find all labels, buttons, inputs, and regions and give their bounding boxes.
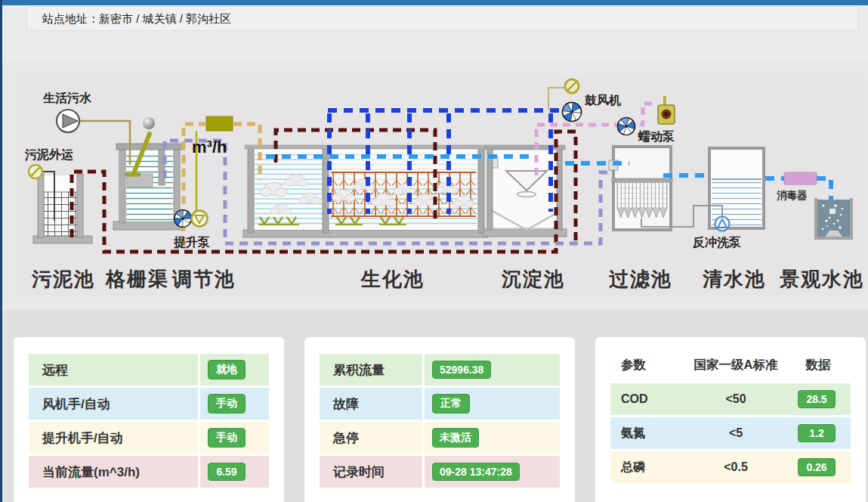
blower-valve-pipe: [548, 88, 564, 110]
row-label: 当前流量(m^3/h): [29, 456, 200, 490]
sludge-out-label: 污泥外运: [24, 148, 74, 161]
blower-valve-icon: [565, 79, 579, 93]
param-name: 氨氮: [610, 417, 686, 451]
param-standard: <50: [686, 383, 786, 417]
status-badge: 手动: [208, 394, 246, 414]
value-badge: 6.59: [208, 463, 246, 481]
backwash-pump-icon: [715, 217, 730, 231]
screen-channel-tank: [113, 144, 184, 230]
table-header-row: 参数 国家一级A标准 数据: [610, 349, 851, 383]
table-row: 当前流量(m^3/h) 6.59: [29, 456, 269, 490]
site-address-bar: 站点地址：新密市 / 城关镇 / 郭沟社区: [26, 6, 859, 31]
flow-meter-box: [206, 116, 233, 131]
sludge-valve-icon: [29, 165, 42, 178]
status-badge: 就地: [208, 360, 246, 380]
table-row: 总磷 <0.5 0.26: [610, 451, 851, 485]
top-accent-bar: [0, 0, 868, 5]
status-badge: 手动: [208, 428, 246, 448]
row-label: 风机手/自动: [29, 388, 200, 422]
column-header: 参数: [610, 349, 686, 383]
stage-label-regulating-tank: 调节池: [171, 268, 236, 290]
disinfector-box: [784, 172, 817, 184]
left-accent-border: [0, 0, 2, 502]
control-panel-card: 远程 就地 风机手/自动 手动 提升机手/自动 手动 当前流量(m^3/h) 6…: [14, 337, 284, 502]
backwash-pump-label: 反冲洗泵: [692, 236, 741, 249]
stage-label-sludge-tank: 污泥池: [31, 268, 95, 290]
table-row: 提升机手/自动 手动: [29, 422, 269, 456]
bio-tank: [243, 145, 488, 237]
landscape-pool-tank: [816, 198, 851, 238]
table-row: COD <50 28.5: [610, 383, 851, 417]
row-label: 远程: [29, 354, 200, 388]
param-name: COD: [610, 383, 686, 417]
table-row: 记录时间 09-28 13:47:28: [320, 456, 560, 490]
inflow-label: 生活污水: [42, 91, 92, 104]
column-header: 国家一级A标准: [686, 349, 786, 383]
row-label: 故障: [320, 388, 425, 422]
stage-label-settling-tank: 沉淀池: [501, 268, 565, 290]
row-label: 急停: [320, 422, 425, 456]
value-badge: 52996.38: [432, 361, 491, 379]
row-label: 累积流量: [320, 354, 425, 388]
param-name: 总磷: [610, 451, 686, 485]
control-table: 远程 就地 风机手/自动 手动 提升机手/自动 手动 当前流量(m^3/h) 6…: [29, 354, 269, 490]
column-header: 数据: [786, 349, 851, 383]
scada-page: 站点地址：新密市 / 城关镇 / 郭沟社区: [0, 0, 868, 502]
quality-table: 参数 国家一级A标准 数据 COD <50 28.5 氨氮 <5 1.2 总磷: [610, 349, 851, 485]
table-row: 急停 未激活: [320, 422, 560, 456]
site-address-text: 站点地址：新密市 / 城关镇 / 郭沟社区: [42, 12, 231, 25]
status-badge: 未激活: [432, 428, 479, 448]
value-badge: 28.5: [798, 390, 836, 408]
quality-panel-card: 参数 国家一级A标准 数据 COD <50 28.5 氨氮 <5 1.2 总磷: [595, 337, 866, 502]
row-label: 记录时间: [320, 456, 425, 490]
table-row: 氨氮 <5 1.2: [610, 417, 851, 451]
param-standard: <5: [686, 417, 786, 451]
status-badge: 正常: [432, 394, 470, 414]
stage-label-bio-tank: 生化池: [360, 268, 425, 290]
table-row: 故障 正常: [320, 388, 560, 422]
table-row: 累积流量 52996.38: [320, 354, 560, 388]
status-table: 累积流量 52996.38 故障 正常 急停 未激活 记录时间 09-28 13…: [320, 354, 560, 490]
table-row: 远程 就地: [29, 354, 269, 388]
flow-unit-label: m³/h: [192, 138, 227, 156]
stage-label-filter-tank: 过滤池: [609, 268, 672, 290]
process-flow-diagram: 生活污水 污泥外运 m³/h 提升泵 鼓风机 蠕动泵 反冲洗泵 消毒器 污泥池 …: [16, 73, 866, 296]
stage-label-landscape-pool: 景观水池: [779, 268, 864, 290]
peristaltic-pump-label: 蠕动泵: [638, 130, 675, 143]
dosing-jar-icon: [658, 96, 675, 124]
lift-pump-icon: [192, 211, 208, 227]
status-panel-card: 累积流量 52996.38 故障 正常 急停 未激活 记录时间 09-28 13…: [304, 337, 575, 502]
sludge-tank: [33, 174, 92, 243]
row-label: 提升机手/自动: [29, 422, 200, 456]
clean-water-tank: [709, 148, 764, 228]
table-row: 风机手/自动 手动: [29, 388, 269, 422]
timestamp-badge: 09-28 13:47:28: [432, 463, 520, 481]
lift-pump-label: 提升泵: [173, 236, 210, 249]
stage-label-screen-channel: 格栅渠: [105, 268, 169, 290]
value-badge: 0.26: [798, 458, 836, 476]
param-standard: <0.5: [686, 451, 786, 485]
value-badge: 1.2: [798, 424, 836, 442]
filter-tank: [609, 147, 672, 230]
blower-label: 鼓风机: [584, 94, 621, 107]
process-flow-svg: 生活污水 污泥外运 m³/h 提升泵 鼓风机 蠕动泵 反冲洗泵 消毒器 污泥池 …: [16, 73, 866, 296]
blower-fan-icon: [561, 101, 583, 123]
disinfector-label: 消毒器: [776, 190, 808, 201]
inflow-pump-icon: [57, 110, 79, 132]
peristaltic-pump-fan-icon: [614, 114, 638, 138]
stage-label-clean-water-tank: 清水池: [702, 268, 766, 290]
